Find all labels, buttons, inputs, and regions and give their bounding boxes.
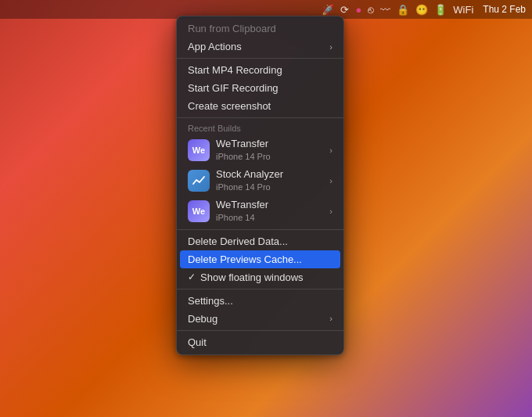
app-actions-arrow: ›: [329, 42, 332, 52]
build-item-wetransfer-14pro[interactable]: We WeTransfer iPhone 14 Pro ›: [177, 135, 343, 165]
face-icon[interactable]: 😶: [415, 4, 428, 16]
create-screenshot-label: Create screenshot: [188, 100, 332, 112]
separator-5: [177, 330, 343, 331]
build-name-3: WeTransfer: [216, 199, 329, 212]
build-arrow-3: ›: [329, 207, 332, 216]
separator-2: [177, 117, 343, 118]
debug-arrow: ›: [329, 314, 332, 323]
build-item-wetransfer-14[interactable]: We WeTransfer iPhone 14 ›: [177, 196, 343, 226]
menubar-icons: 🚀 ⟳ ● ⎋ 〰 🔒 😶 🔋 WiFi Thu 2 Feb: [322, 4, 526, 16]
menu-item-create-screenshot[interactable]: Create screenshot: [177, 97, 343, 115]
menu-item-delete-derived[interactable]: Delete Derived Data...: [177, 232, 343, 250]
build-arrow-2: ›: [329, 176, 332, 185]
circle-icon[interactable]: ●: [355, 4, 361, 16]
build-device-3: iPhone 14: [216, 212, 329, 223]
build-name-1: WeTransfer: [216, 138, 329, 151]
start-gif-label: Start GIF Recording: [188, 82, 332, 94]
separator-1: [177, 58, 343, 59]
start-mp4-label: Start MP4 Recording: [188, 64, 332, 76]
menu-item-start-mp4[interactable]: Start MP4 Recording: [177, 61, 343, 79]
menu-item-settings[interactable]: Settings...: [177, 292, 343, 310]
menu-item-quit[interactable]: Quit: [177, 333, 343, 351]
app-actions-label: App Actions: [188, 41, 329, 52]
copilot-icon[interactable]: ⟳: [340, 4, 349, 16]
build-info-3: WeTransfer iPhone 14: [216, 199, 329, 223]
build-device-2: iPhone 14 Pro: [216, 182, 329, 192]
context-menu: Run from Clipboard App Actions › Start M…: [176, 16, 344, 355]
build-item-stockanalyzer[interactable]: Stock Analyzer iPhone 14 Pro ›: [177, 165, 343, 196]
menu-item-show-floating[interactable]: ✓ Show floating windows: [177, 268, 343, 286]
wetransfer-icon-2: We: [188, 200, 210, 222]
separator-4: [177, 289, 343, 289]
recent-builds-label: Recent Builds: [177, 120, 343, 135]
settings-label: Settings...: [188, 295, 332, 307]
floating-checkmark: ✓: [188, 271, 197, 282]
menubar-time: Thu 2 Feb: [483, 4, 526, 15]
menu-item-app-actions[interactable]: App Actions ›: [177, 38, 343, 56]
run-from-clipboard-label: Run from Clipboard: [188, 23, 332, 34]
menu-item-start-gif[interactable]: Start GIF Recording: [177, 79, 343, 97]
lock-icon[interactable]: 🔒: [397, 4, 409, 16]
stockanalyzer-icon: [188, 170, 210, 192]
battery-icon[interactable]: 🔋: [434, 4, 447, 16]
debug-label: Debug: [188, 313, 329, 325]
rocket-icon[interactable]: 🚀: [322, 4, 334, 16]
quit-label: Quit: [188, 336, 332, 348]
delete-derived-label: Delete Derived Data...: [188, 235, 332, 247]
menu-item-debug[interactable]: Debug ›: [177, 310, 343, 328]
show-floating-label: Show floating windows: [200, 271, 332, 283]
wifi-icon[interactable]: WiFi: [453, 4, 473, 16]
menu-item-delete-previews[interactable]: Delete Previews Cache...: [180, 250, 340, 268]
separator-3: [177, 229, 343, 230]
build-info-1: WeTransfer iPhone 14 Pro: [216, 138, 329, 162]
build-name-2: Stock Analyzer: [216, 168, 329, 182]
wetransfer-icon-1: We: [188, 139, 210, 161]
build-device-1: iPhone 14 Pro: [216, 151, 329, 162]
build-arrow-1: ›: [329, 146, 332, 155]
delete-previews-label: Delete Previews Cache...: [188, 253, 332, 265]
build-info-2: Stock Analyzer iPhone 14 Pro: [216, 168, 329, 192]
wave-icon[interactable]: 〰: [380, 4, 390, 16]
menu-item-run-from-clipboard[interactable]: Run from Clipboard: [177, 20, 343, 38]
target-icon[interactable]: ⎋: [368, 4, 374, 16]
